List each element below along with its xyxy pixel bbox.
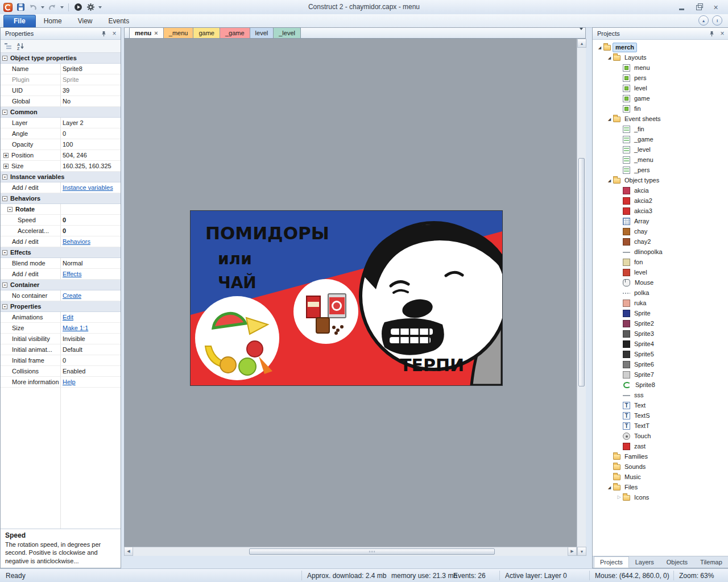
collapse-icon[interactable]: -: [2, 304, 7, 309]
prop-row-speed[interactable]: Speed0: [1, 215, 121, 226]
tree-expanded-arrow-icon[interactable]: ◢: [606, 485, 613, 489]
prop-row-position[interactable]: +Position504, 246: [1, 150, 121, 161]
undo-dropdown-icon[interactable]: [41, 6, 44, 9]
tree-item-sprite8[interactable]: Sprite8: [593, 380, 728, 390]
prop-value[interactable]: 504, 246: [60, 151, 121, 160]
prop-row-global[interactable]: GlobalNo: [1, 96, 121, 107]
tree-item-sprite2[interactable]: Sprite2: [593, 318, 728, 329]
expand-icon[interactable]: +: [3, 164, 9, 169]
tree-item-polka[interactable]: polka: [593, 288, 728, 298]
prop-row-size[interactable]: +Size160.325, 160.325: [1, 161, 121, 172]
prop-value[interactable]: Normal: [60, 259, 121, 268]
tree-item-zast[interactable]: zast: [593, 441, 728, 451]
panel-tab-tilemap[interactable]: Tilemap: [694, 556, 728, 568]
tab-close-icon[interactable]: ×: [154, 30, 158, 36]
configure-gear-icon[interactable]: [85, 2, 96, 13]
layout-tab-level[interactable]: level: [250, 27, 274, 38]
tree-expanded-arrow-icon[interactable]: ◢: [606, 117, 613, 121]
prop-value[interactable]: 39: [60, 86, 121, 95]
tree-item-dlinopolka[interactable]: dlinopolka: [593, 247, 728, 257]
about-info-icon[interactable]: i: [712, 15, 722, 26]
categorized-view-icon[interactable]: [2, 41, 14, 51]
prop-row-layer[interactable]: LayerLayer 2: [1, 118, 121, 128]
tree-item-event-sheets[interactable]: ◢Event sheets: [593, 114, 728, 124]
prop-row-plugin[interactable]: PluginSprite: [1, 74, 121, 85]
tree-item-_level[interactable]: _level: [593, 144, 728, 155]
tree-item-akcia2[interactable]: akcia2: [593, 196, 728, 206]
tree-item-_fin[interactable]: _fin: [593, 124, 728, 134]
tree-item-chay2[interactable]: chay2: [593, 236, 728, 247]
tree-item-game[interactable]: game: [593, 93, 728, 103]
prop-link-effects[interactable]: Effects: [60, 269, 121, 279]
scroll-left-icon[interactable]: ◀: [124, 547, 133, 556]
tree-item-chay[interactable]: chay: [593, 226, 728, 236]
prop-value[interactable]: Enabled: [60, 367, 121, 376]
collapse-icon[interactable]: -: [7, 207, 13, 212]
tree-item-sprite3[interactable]: Sprite3: [593, 329, 728, 339]
collapse-icon[interactable]: -: [2, 282, 7, 288]
prop-row-opacity[interactable]: Opacity100: [1, 139, 121, 150]
layout-tab-_level[interactable]: _level: [273, 27, 301, 38]
vertical-scroll-thumb[interactable]: [578, 158, 585, 386]
prop-row-object-type-properties[interactable]: -Object type properties: [1, 53, 121, 64]
vertical-scrollbar[interactable]: ▲ ▼: [577, 39, 586, 556]
prop-row-no-container[interactable]: No containerCreate: [1, 290, 121, 301]
prop-row-angle[interactable]: Angle0: [1, 128, 121, 139]
tree-item-pers[interactable]: pers: [593, 73, 728, 83]
prop-row-initial-frame[interactable]: Initial frame0: [1, 355, 121, 366]
pin-icon[interactable]: [708, 30, 715, 38]
prop-row-container[interactable]: -Container: [1, 280, 121, 290]
tree-item-level[interactable]: level: [593, 267, 728, 277]
tree-item-_pers[interactable]: _pers: [593, 165, 728, 175]
tree-expanded-arrow-icon[interactable]: ◢: [606, 56, 613, 60]
tree-item-textt[interactable]: TextT: [593, 421, 728, 431]
tree-item-menu[interactable]: menu: [593, 63, 728, 73]
prop-value[interactable]: Default: [60, 345, 121, 355]
tree-item-sprite[interactable]: Sprite: [593, 308, 728, 318]
tree-item-merch[interactable]: ◢merch: [593, 42, 728, 52]
prop-row-add-edit[interactable]: Add / editEffects: [1, 269, 121, 280]
prop-row-instance-variables[interactable]: -Instance variables: [1, 172, 121, 182]
tree-item-text[interactable]: Text: [593, 400, 728, 410]
tree-collapsed-arrow-icon[interactable]: ▷: [615, 495, 623, 500]
prop-value[interactable]: Invisible: [60, 334, 121, 344]
prop-row-more-information[interactable]: More informationHelp: [1, 377, 121, 388]
tree-item-akcia[interactable]: akcia: [593, 185, 728, 196]
tree-item-files[interactable]: ◢Files: [593, 482, 728, 492]
prop-value[interactable]: 160.325, 160.325: [60, 161, 121, 171]
prop-row-size[interactable]: SizeMake 1:1: [1, 323, 121, 334]
close-panel-icon[interactable]: ×: [718, 30, 726, 38]
prop-row-animations[interactable]: AnimationsEdit: [1, 312, 121, 323]
panel-tab-layers[interactable]: Layers: [629, 556, 660, 568]
prop-link-edit[interactable]: Edit: [60, 313, 121, 322]
save-icon[interactable]: [15, 2, 26, 13]
layout-tab-_game[interactable]: _game: [220, 27, 250, 38]
tree-item-layouts[interactable]: ◢Layouts: [593, 52, 728, 63]
collapse-icon[interactable]: -: [2, 56, 7, 61]
tree-item-sss[interactable]: sss: [593, 390, 728, 400]
panel-tab-projects[interactable]: Projects: [594, 556, 629, 568]
prop-row-accelerat[interactable]: Accelerat...0: [1, 226, 121, 236]
tree-item-level[interactable]: level: [593, 83, 728, 93]
prop-value[interactable]: No: [60, 97, 121, 106]
layout-tab-game[interactable]: game: [193, 27, 220, 38]
horizontal-scroll-thumb[interactable]: [249, 548, 495, 555]
close-panel-icon[interactable]: ×: [110, 30, 118, 38]
tree-item-akcia3[interactable]: akcia3: [593, 206, 728, 216]
scroll-down-icon[interactable]: ▼: [577, 547, 586, 556]
prop-row-effects[interactable]: -Effects: [1, 247, 121, 258]
prop-value[interactable]: 0: [60, 356, 121, 365]
redo-dropdown-icon[interactable]: [60, 6, 64, 9]
prop-value[interactable]: 0: [60, 129, 121, 139]
tree-expanded-arrow-icon[interactable]: ◢: [596, 45, 603, 49]
layout-tab-menu[interactable]: menu×: [129, 27, 164, 38]
tree-item-array[interactable]: Array: [593, 216, 728, 226]
customize-toolbar-icon[interactable]: [98, 6, 102, 9]
close-button[interactable]: ×: [708, 2, 723, 13]
ribbon-tab-file[interactable]: File: [3, 15, 36, 27]
prop-row-add-edit[interactable]: Add / editBehaviors: [1, 236, 121, 247]
prop-link-instance-variables[interactable]: Instance variables: [60, 183, 121, 193]
prop-row-behaviors[interactable]: -Behaviors: [1, 193, 121, 204]
collapse-icon[interactable]: -: [2, 250, 7, 255]
scroll-right-icon[interactable]: ▶: [568, 547, 577, 556]
